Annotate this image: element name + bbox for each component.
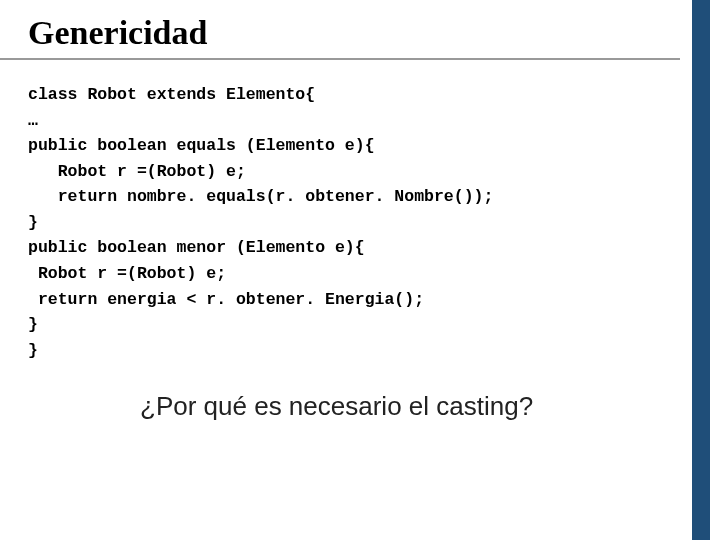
slide-title: Genericidad [0, 0, 680, 60]
accent-bar [692, 0, 710, 540]
question-text: ¿Por qué es necesario el casting? [0, 363, 720, 422]
code-line: … [28, 111, 38, 130]
code-line: class Robot extends Elemento{ [28, 85, 315, 104]
code-line: } [28, 341, 38, 360]
code-line: public boolean menor (Elemento e){ [28, 238, 365, 257]
code-line: Robot r =(Robot) e; [28, 264, 226, 283]
code-line: } [28, 213, 38, 232]
code-line: Robot r =(Robot) e; [28, 162, 246, 181]
code-line: public boolean equals (Elemento e){ [28, 136, 375, 155]
code-line: } [28, 315, 38, 334]
code-line: return energia < r. obtener. Energia(); [28, 290, 424, 309]
code-block: class Robot extends Elemento{ … public b… [0, 60, 720, 363]
code-line: return nombre. equals(r. obtener. Nombre… [28, 187, 493, 206]
